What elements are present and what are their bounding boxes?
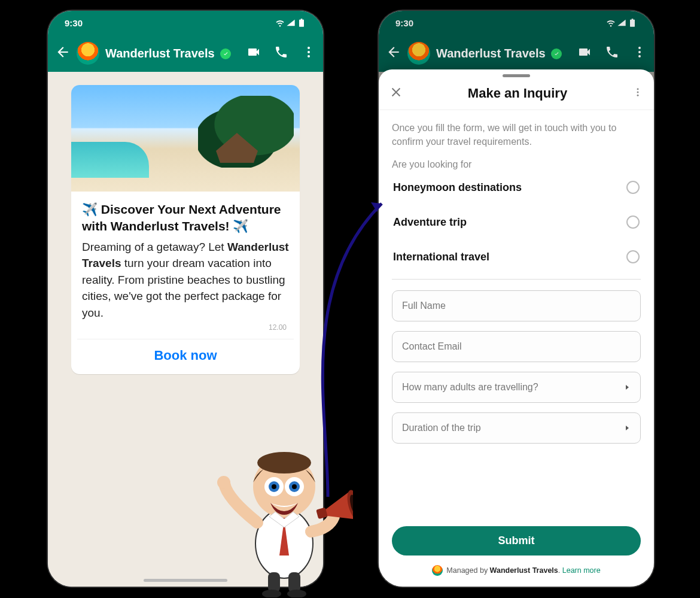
message-title: ✈️ Discover Your Next Adventure with Wan… — [82, 201, 289, 235]
question-label: Are you looking for — [392, 159, 641, 170]
plane-emoji-icon: ✈️ — [233, 219, 248, 233]
battery-icon — [297, 18, 306, 28]
sheet-drag-handle[interactable] — [503, 74, 530, 77]
status-bar: 9:30 — [48, 11, 323, 35]
chevron-right-icon — [623, 384, 631, 391]
chat-header: Wanderlust Travels — [379, 35, 654, 72]
radio-label: Honeymoon destinations — [393, 181, 522, 194]
svg-point-8 — [637, 95, 639, 96]
more-button[interactable] — [632, 45, 647, 62]
email-field[interactable]: Contact Email — [392, 331, 641, 362]
status-time: 9:30 — [65, 18, 83, 28]
back-button[interactable] — [386, 44, 401, 62]
field-placeholder: How many adults are travelling? — [402, 382, 538, 393]
radio-label: Adventure trip — [393, 216, 467, 229]
status-bar: 9:30 — [379, 11, 654, 35]
chat-header: Wanderlust Travels — [48, 35, 323, 72]
phone-icon — [605, 45, 619, 59]
verified-badge-icon — [551, 48, 562, 59]
learn-more-link[interactable]: Learn more — [562, 566, 601, 575]
phone-icon — [274, 45, 288, 59]
wifi-icon — [275, 18, 285, 28]
radio-option-adventure[interactable]: Adventure trip — [392, 205, 641, 239]
svg-point-19 — [217, 476, 230, 489]
inquiry-sheet: Make an Inquiry Once you fill the form, … — [379, 69, 654, 587]
more-button[interactable] — [302, 45, 316, 62]
phone-right: 9:30 Wanderlust Travels Make an Inq — [379, 11, 654, 587]
message-body: Dreaming of a getaway? Let Wanderlust Tr… — [82, 239, 289, 321]
back-button[interactable] — [55, 44, 71, 62]
message-body-pre: Dreaming of a getaway? Let — [82, 241, 227, 253]
message-card: ✈️ Discover Your Next Adventure with Wan… — [71, 85, 300, 374]
arrow-left-icon — [386, 44, 401, 60]
chat-avatar[interactable] — [77, 42, 99, 65]
video-icon — [577, 45, 592, 59]
more-vert-icon — [632, 45, 647, 59]
radio-option-international[interactable]: International travel — [392, 239, 641, 274]
chat-name-text: Wanderlust Travels — [436, 47, 546, 60]
svg-point-2 — [308, 55, 310, 57]
svg-point-6 — [637, 88, 639, 90]
plane-emoji-icon: ✈️ — [82, 202, 98, 216]
managed-pre: Managed by — [446, 566, 489, 575]
svg-point-0 — [308, 47, 310, 49]
status-icons — [606, 18, 637, 28]
signal-icon — [286, 18, 296, 28]
more-vert-icon — [632, 87, 643, 98]
book-now-button[interactable]: Book now — [154, 348, 217, 363]
radio-icon — [626, 181, 640, 194]
battery-icon — [628, 18, 637, 28]
close-icon — [389, 86, 403, 99]
managed-by-footer: Managed by Wanderlust Travels. Learn mor… — [379, 561, 654, 587]
duration-dropdown[interactable]: Duration of the trip — [392, 412, 641, 444]
radio-icon — [626, 215, 640, 229]
arrow-left-icon — [55, 44, 71, 60]
sheet-close-button[interactable] — [389, 86, 403, 101]
video-call-button[interactable] — [577, 45, 592, 62]
mascot-illustration — [215, 430, 353, 597]
svg-rect-24 — [288, 572, 300, 593]
message-hero-image — [71, 85, 300, 192]
voice-call-button[interactable] — [274, 45, 288, 62]
status-time: 9:30 — [395, 18, 413, 28]
radio-label: International travel — [393, 251, 489, 263]
chevron-right-icon — [623, 424, 631, 432]
sheet-menu-button[interactable] — [632, 87, 643, 100]
verified-badge-icon — [220, 48, 231, 59]
svg-point-1 — [308, 51, 310, 53]
submit-button[interactable]: Submit — [392, 526, 641, 555]
voice-call-button[interactable] — [605, 45, 619, 62]
sheet-title: Make an Inquiry — [403, 86, 632, 101]
field-placeholder: Duration of the trip — [402, 423, 481, 433]
message-title-text: Discover Your Next Adventure with Wander… — [82, 202, 281, 233]
field-placeholder: Full Name — [402, 300, 446, 311]
svg-point-12 — [257, 452, 311, 473]
svg-point-3 — [638, 47, 641, 49]
managed-brand: Wanderlust Travels — [490, 566, 558, 575]
svg-point-17 — [272, 484, 276, 489]
radio-option-honeymoon[interactable]: Honeymoon destinations — [392, 170, 641, 205]
video-call-button[interactable] — [246, 45, 261, 62]
chat-name[interactable]: Wanderlust Travels — [436, 47, 567, 60]
status-icons — [275, 18, 306, 28]
brand-mini-avatar-icon — [432, 565, 443, 576]
wifi-icon — [606, 18, 616, 28]
chat-name-text: Wanderlust Travels — [105, 47, 215, 60]
sheet-description: Once you fill the form, we will get in t… — [392, 121, 641, 148]
chat-name[interactable]: Wanderlust Travels — [105, 47, 236, 60]
field-placeholder: Contact Email — [402, 341, 462, 352]
full-name-field[interactable]: Full Name — [392, 290, 641, 321]
svg-point-7 — [637, 92, 639, 93]
svg-point-4 — [638, 51, 641, 53]
more-vert-icon — [302, 45, 316, 59]
managed-sep: . — [558, 566, 562, 575]
home-indicator[interactable] — [144, 579, 227, 582]
svg-point-18 — [292, 484, 297, 489]
divider — [392, 279, 641, 280]
radio-icon — [626, 250, 640, 263]
video-icon — [246, 45, 261, 59]
chat-avatar[interactable] — [407, 42, 430, 65]
message-timestamp: 12.00 — [84, 323, 287, 332]
svg-rect-23 — [268, 572, 280, 593]
adults-dropdown[interactable]: How many adults are travelling? — [392, 372, 641, 403]
